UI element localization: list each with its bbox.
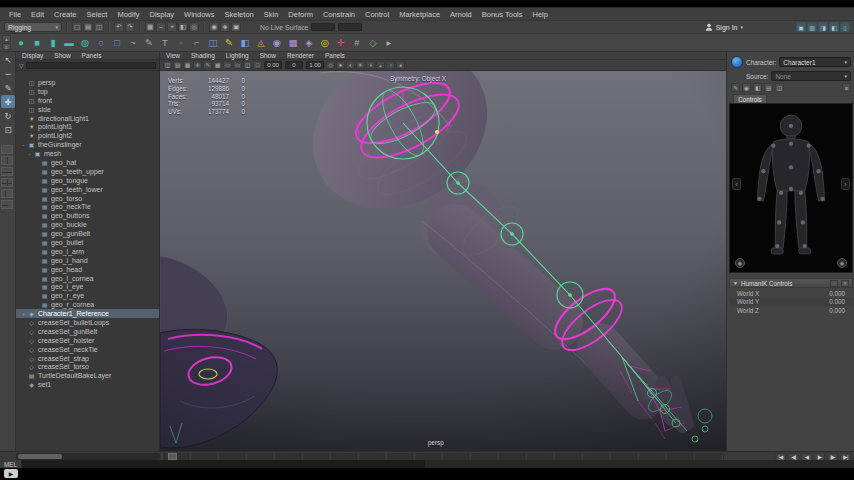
expand-toggle-icon[interactable]: - — [20, 142, 27, 148]
outliner-menu-item[interactable]: Display — [22, 52, 43, 60]
outliner-item[interactable]: ▦ geo_teeth_lower — [16, 185, 159, 194]
text-tool-icon[interactable]: T — [158, 36, 172, 50]
modeling-toolkit-icon[interactable]: ▣ — [796, 22, 806, 32]
outliner-item[interactable]: ☀ pointLight1 — [16, 122, 159, 131]
wireframe-mode-icon[interactable]: ◇ — [326, 61, 335, 69]
character-representation[interactable]: ‹ › ◉ ◉ — [729, 103, 853, 273]
gate-mask-icon[interactable]: ◫ — [243, 61, 252, 69]
snap-grid-icon[interactable]: ▦ — [145, 22, 155, 32]
exposure-field[interactable]: 0.00 — [264, 61, 282, 69]
menubar-item[interactable]: Marketplace — [394, 8, 445, 21]
ipr-render-icon[interactable]: ◈ — [220, 22, 230, 32]
controller-icon[interactable]: ◎ — [318, 36, 332, 50]
layout-outliner-persp-button[interactable] — [1, 189, 13, 198]
use-all-lights-icon[interactable]: ☀ — [356, 61, 365, 69]
grease-pencil-icon[interactable]: ✎ — [203, 61, 212, 69]
edit-definition-icon[interactable]: ✎ — [731, 83, 740, 92]
camera-lock-icon[interactable]: ◫ — [163, 61, 172, 69]
xray-icon[interactable]: ◕ — [396, 61, 405, 69]
outliner-menu-item[interactable]: Show — [54, 52, 70, 60]
outliner-search-input[interactable] — [26, 62, 156, 69]
render-icon[interactable]: ◉ — [209, 22, 219, 32]
occlusion-icon[interactable]: ◒ — [376, 61, 385, 69]
outliner-item[interactable]: ◆ set1 — [16, 380, 159, 389]
character-dropdown[interactable]: Character1 ▾ — [779, 57, 851, 67]
scale-tool[interactable]: ⊡ — [1, 123, 15, 136]
joint-tool-icon[interactable]: ◦ — [174, 36, 188, 50]
constraint-icon[interactable]: ◇ — [366, 36, 380, 50]
property-row[interactable]: World X 0.000 — [729, 289, 853, 298]
snap-curve-icon[interactable]: ~ — [156, 22, 166, 32]
torus-icon[interactable]: ◍ — [78, 36, 92, 50]
figure-option-left-button[interactable]: ◉ — [735, 258, 745, 268]
viewport-menu-item[interactable]: Show — [260, 52, 276, 60]
redo-icon[interactable]: ↷ — [125, 22, 135, 32]
prev-character-arrow-button[interactable]: ‹ — [732, 178, 741, 190]
layout-persp-graph-button[interactable] — [1, 200, 13, 209]
bookmarks-icon[interactable]: ▤ — [173, 61, 182, 69]
outliner-item[interactable]: ◫ side — [16, 105, 159, 114]
layout-two-panes-stacked-button[interactable] — [1, 167, 13, 176]
rotate-tool[interactable]: ↻ — [1, 109, 15, 122]
menubar-item[interactable]: Create — [49, 8, 82, 21]
image-plane-icon[interactable]: ▦ — [183, 61, 192, 69]
outliner-item[interactable]: ▦ geo_l_cornea — [16, 274, 159, 283]
menubar-item[interactable]: Display — [145, 8, 180, 21]
menubar-item[interactable]: Arnold — [445, 8, 477, 21]
rollout-pin-icon[interactable]: ◦ — [830, 280, 838, 287]
layout-two-panes-side-button[interactable] — [1, 156, 13, 165]
resolution-gate-icon[interactable]: ▭ — [233, 61, 242, 69]
tool-settings-icon[interactable]: ◧ — [829, 22, 839, 32]
outliner-item[interactable]: - ▣ mesh — [16, 149, 159, 158]
figure-option-right-button[interactable]: ◉ — [837, 258, 847, 268]
render-settings-icon[interactable]: ▣ — [231, 22, 241, 32]
menubar-item[interactable]: File — [4, 8, 26, 21]
cluster-icon[interactable]: ◉ — [270, 36, 284, 50]
save-scene-icon[interactable]: ◫ — [94, 22, 104, 32]
outliner-item[interactable]: ◇ creaseSet_holster — [16, 336, 159, 345]
outliner-item[interactable]: ▦ geo_r_cornea — [16, 300, 159, 309]
property-row[interactable]: World Y 0.000 — [729, 298, 853, 307]
wrap-deformer-icon[interactable]: ◈ — [302, 36, 316, 50]
outliner-item[interactable]: ◇ creaseSet_bulletLoops — [16, 318, 159, 327]
outliner-item[interactable]: ▦ geo_bullet — [16, 238, 159, 247]
outliner-menu-item[interactable]: Panels — [82, 52, 102, 60]
grid-toggle-icon[interactable]: ▦ — [213, 61, 222, 69]
attribute-editor-icon[interactable]: ◨ — [818, 22, 828, 32]
filter-icon[interactable]: ▽ — [19, 62, 24, 69]
layout-single-pane-button[interactable] — [1, 145, 13, 154]
command-line-input[interactable] — [22, 460, 424, 468]
outliner-item[interactable]: ◇ creaseSet_torso — [16, 363, 159, 372]
menubar-item[interactable]: Bonus Tools — [477, 8, 528, 21]
outliner-horizontal-scrollbar[interactable] — [16, 453, 160, 460]
outliner-item[interactable]: ◇ creaseSet_strap — [16, 354, 159, 363]
scrollbar-thumb[interactable] — [18, 454, 62, 459]
hypershade-icon[interactable]: ▥ — [807, 22, 817, 32]
mirror-definition-icon[interactable]: ◧ — [753, 83, 762, 92]
numeric-input-field[interactable] — [311, 23, 335, 31]
gamma-field[interactable]: 1.00 — [306, 61, 324, 69]
outliner-item[interactable]: ▦ geo_torso — [16, 194, 159, 203]
viewport-menu-item[interactable]: View — [166, 52, 180, 60]
menuset-dropdown[interactable]: Rigging ▾ — [4, 22, 62, 32]
outliner-item[interactable]: ▦ geo_gunBelt — [16, 229, 159, 238]
outliner-item[interactable]: ▤ TurtleDefaultBakeLayer — [16, 371, 159, 380]
outliner-item[interactable]: ▦ geo_r_eye — [16, 291, 159, 300]
shadows-icon[interactable]: ◑ — [366, 61, 375, 69]
outliner-item[interactable]: ◫ front — [16, 96, 159, 105]
open-scene-icon[interactable]: ▤ — [83, 22, 93, 32]
sphere-icon[interactable]: ● — [14, 36, 28, 50]
exposure-reset-field[interactable]: 0 — [285, 61, 303, 69]
curve-tool-icon[interactable]: ~ — [126, 36, 140, 50]
lasso-select-tool[interactable]: ∽ — [1, 67, 15, 80]
selection-input-field[interactable] — [338, 23, 362, 31]
menubar-item[interactable]: Skeleton — [220, 8, 259, 21]
next-character-arrow-button[interactable]: › — [841, 178, 850, 190]
expand-toggle-icon[interactable]: + — [20, 311, 27, 317]
outliner-item[interactable]: ▦ geo_teeth_upper — [16, 167, 159, 176]
cylinder-icon[interactable]: ▮ — [46, 36, 60, 50]
outliner-item[interactable]: + ◈ Character1_Reference — [16, 309, 159, 318]
viewport-menu-item[interactable]: Panels — [325, 52, 345, 60]
isolate-select-icon[interactable]: ◔ — [386, 61, 395, 69]
menubar-item[interactable]: Constrain — [318, 8, 360, 21]
